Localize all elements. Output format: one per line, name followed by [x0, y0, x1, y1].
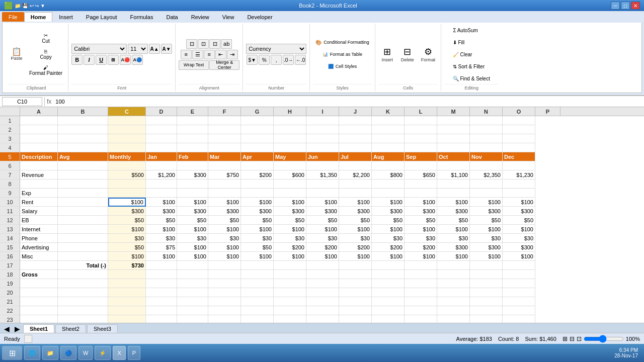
cell-J15[interactable]: $200: [339, 243, 372, 252]
cell-O17[interactable]: [503, 261, 535, 270]
merge-center-btn[interactable]: Merge & Center: [209, 60, 239, 70]
cell-O7[interactable]: $1,230: [503, 170, 535, 179]
cell-M2[interactable]: [437, 125, 470, 134]
cell-N17[interactable]: [470, 261, 503, 270]
row-17[interactable]: 17: [0, 261, 20, 270]
cell-G18[interactable]: [241, 270, 274, 279]
cell-A6[interactable]: [20, 161, 58, 170]
cell-M8[interactable]: [437, 179, 470, 189]
cell-I3[interactable]: [306, 134, 339, 143]
cell-B6[interactable]: [58, 161, 108, 170]
cell-E13[interactable]: $100: [177, 225, 208, 234]
tab-formulas[interactable]: Formulas: [124, 12, 160, 22]
row-8[interactable]: 8: [0, 179, 20, 189]
cell-F15[interactable]: $100: [208, 243, 241, 252]
cell-H8[interactable]: [274, 179, 306, 189]
align-top-right-btn[interactable]: ⊡: [209, 39, 220, 49]
cell-H16[interactable]: $100: [274, 252, 306, 261]
cell-L11[interactable]: $300: [405, 207, 437, 216]
cell-E1[interactable]: [177, 116, 208, 125]
cell-K4[interactable]: [372, 143, 405, 152]
taskbar-ie[interactable]: 🌐: [24, 346, 40, 360]
cell-G11[interactable]: $300: [241, 207, 274, 216]
cell-K5[interactable]: Aug: [372, 152, 405, 161]
cell-D4[interactable]: [146, 143, 177, 152]
cell-G17[interactable]: [241, 261, 274, 270]
cell-M13[interactable]: $100: [437, 225, 470, 234]
cell-N15[interactable]: $300: [470, 243, 503, 252]
cell-O14[interactable]: $30: [503, 234, 535, 243]
cell-N18[interactable]: [470, 270, 503, 279]
cell-F14[interactable]: $30: [208, 234, 241, 243]
dec-increase-btn[interactable]: .0→: [283, 55, 294, 65]
cell-C1[interactable]: [108, 116, 146, 125]
conditional-formatting-btn[interactable]: 🎨 Conditional Formatting: [313, 37, 372, 48]
bold-btn[interactable]: B: [71, 55, 83, 65]
cell-N16[interactable]: $100: [470, 252, 503, 261]
dec-decrease-btn[interactable]: ←.0: [295, 55, 306, 65]
cell-F3[interactable]: [208, 134, 241, 143]
tab-review[interactable]: Review: [185, 12, 216, 22]
cell-C7[interactable]: $500: [108, 170, 146, 179]
cell-B16[interactable]: [58, 252, 108, 261]
cell-K2[interactable]: [372, 125, 405, 134]
row-19[interactable]: 19: [0, 279, 20, 288]
view-page-icon[interactable]: ⊟: [570, 335, 575, 342]
cell-K6[interactable]: [372, 161, 405, 170]
cell-O15[interactable]: $300: [503, 243, 535, 252]
cell-E18[interactable]: [177, 270, 208, 279]
cell-H12[interactable]: $50: [274, 216, 306, 225]
cell-A14[interactable]: Phone: [20, 234, 58, 243]
cell-G10[interactable]: $100: [241, 198, 274, 207]
cell-B8[interactable]: [58, 179, 108, 189]
fill-color-btn[interactable]: A🔴: [120, 55, 131, 65]
sheet-tab-2[interactable]: Sheet2: [55, 324, 86, 333]
cell-L12[interactable]: $50: [405, 216, 437, 225]
cell-O1[interactable]: [503, 116, 535, 125]
cell-A13[interactable]: Internet: [20, 225, 58, 234]
formula-input[interactable]: [53, 97, 642, 106]
clear-btn[interactable]: 🧹 Clear: [450, 49, 474, 60]
recording-indicator[interactable]: [24, 335, 32, 343]
row-16[interactable]: 16: [0, 252, 20, 261]
cell-C10[interactable]: $100: [108, 198, 146, 207]
cell-B15[interactable]: [58, 243, 108, 252]
cell-I1[interactable]: [306, 116, 339, 125]
cell-L17[interactable]: [405, 261, 437, 270]
cell-F4[interactable]: [208, 143, 241, 152]
font-size-increase-btn[interactable]: A▲: [149, 44, 160, 54]
cell-J13[interactable]: $100: [339, 225, 372, 234]
cell-O9[interactable]: [503, 189, 535, 198]
cell-A2[interactable]: [20, 125, 58, 134]
cell-B1[interactable]: [58, 116, 108, 125]
cell-O2[interactable]: [503, 125, 535, 134]
italic-btn[interactable]: I: [84, 55, 95, 65]
col-O[interactable]: O: [503, 107, 535, 116]
cell-M5[interactable]: Oct: [437, 152, 470, 161]
cell-G3[interactable]: [241, 134, 274, 143]
cell-H6[interactable]: [274, 161, 306, 170]
autosum-btn[interactable]: Σ AutoSum: [450, 25, 480, 36]
cell-A7[interactable]: Revenue: [20, 170, 58, 179]
cell-H15[interactable]: $200: [274, 243, 306, 252]
cell-D13[interactable]: $100: [146, 225, 177, 234]
cell-N8[interactable]: [470, 179, 503, 189]
cell-H11[interactable]: $300: [274, 207, 306, 216]
cell-I2[interactable]: [306, 125, 339, 134]
cell-L7[interactable]: $650: [405, 170, 437, 179]
cell-J10[interactable]: $100: [339, 198, 372, 207]
cell-B2[interactable]: [58, 125, 108, 134]
cell-J18[interactable]: [339, 270, 372, 279]
cell-I5[interactable]: Jun: [306, 152, 339, 161]
cell-G5[interactable]: Apr: [241, 152, 274, 161]
cell-styles-btn[interactable]: 🟦 Cell Styles: [313, 61, 372, 72]
cell-K18[interactable]: [372, 270, 405, 279]
cell-K7[interactable]: $800: [372, 170, 405, 179]
taskbar-filezilla[interactable]: ⚡: [95, 346, 111, 360]
cell-G15[interactable]: $50: [241, 243, 274, 252]
cell-N2[interactable]: [470, 125, 503, 134]
cell-C11[interactable]: $300: [108, 207, 146, 216]
cell-H1[interactable]: [274, 116, 306, 125]
cell-O11[interactable]: $300: [503, 207, 535, 216]
cell-A10[interactable]: Rent: [20, 198, 58, 207]
